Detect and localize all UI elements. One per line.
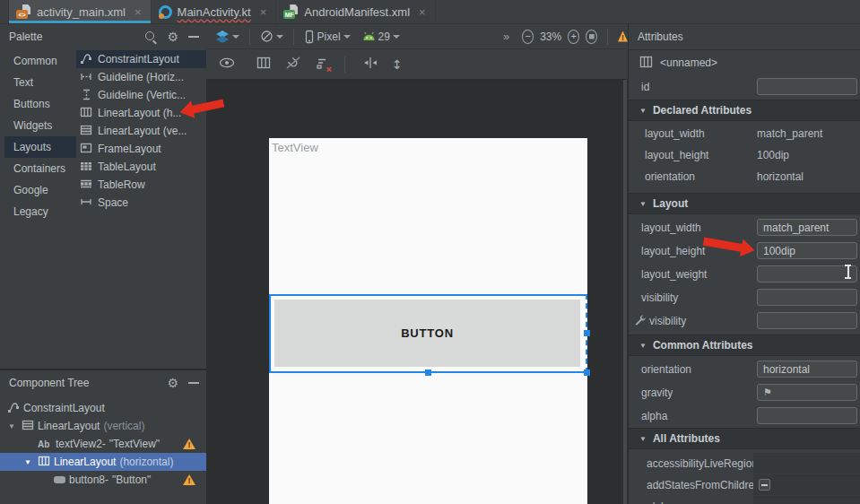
id-input[interactable] (757, 78, 857, 95)
palette-category-text[interactable]: Text (4, 72, 76, 93)
palette-category-google[interactable]: Google (4, 179, 76, 201)
chevron-expanded-icon[interactable]: ▼ (22, 458, 34, 466)
palette-category-buttons[interactable]: Buttons (4, 93, 76, 115)
tab-androidmanifest-xml[interactable]: MF AndroidManifest.xml × (276, 0, 435, 23)
hide-panel-icon[interactable] (188, 36, 199, 38)
api-level: 29 (378, 30, 390, 43)
layout-width-input[interactable]: match_parent (757, 219, 857, 236)
palette-item-framelayout[interactable]: FrameLayout (76, 140, 206, 158)
orientation-input[interactable]: horizontal (757, 361, 857, 378)
text-cursor-pointer (844, 265, 852, 279)
component-tree-title: Component Tree (9, 377, 89, 389)
resize-handle-bottom[interactable] (425, 369, 431, 376)
tree-node-button8[interactable]: button8- "Button" ! (0, 471, 206, 489)
hide-panel-icon[interactable] (188, 382, 199, 384)
palette-item-tablerow[interactable]: TableRow (76, 176, 206, 194)
section-layout[interactable]: ▼ Layout (629, 193, 860, 214)
wrench-icon (634, 314, 646, 328)
zoom-out-button[interactable]: − (522, 30, 534, 44)
palette-category-widgets[interactable]: Widgets (4, 115, 76, 136)
section-collapse-icon: ▼ (639, 342, 647, 350)
chevron-down-icon (343, 35, 351, 39)
section-declared-attributes[interactable]: ▼ Declared Attributes (629, 100, 860, 121)
orientation-selector[interactable] (260, 30, 283, 43)
more-actions-icon[interactable]: » (503, 30, 510, 43)
palette-item-linearlayout-vertical[interactable]: LinearLayout (ve... (76, 122, 206, 140)
chevron-down-icon (232, 35, 239, 39)
design-toolbar: Pixel 29 » − 33% + ! (206, 24, 628, 49)
selected-linearlayout-bounds[interactable]: BUTTON (269, 294, 587, 373)
attr-value[interactable]: 100dip (757, 149, 789, 161)
canvas-button[interactable]: BUTTON (274, 300, 580, 367)
canvas-textview[interactable]: TextView (272, 141, 318, 154)
resize-handle-bottom-right[interactable] (584, 369, 590, 376)
tab-activity-main-xml[interactable]: <> activity_main.xml × (8, 0, 152, 23)
palette-item-constraintlayout[interactable]: ConstraintLayout (76, 50, 206, 68)
selected-component-row: <unnamed> (629, 52, 860, 74)
palette-item-space[interactable]: Space (76, 194, 206, 212)
zoom-in-button[interactable]: + (568, 30, 579, 44)
design-surface-selector[interactable] (215, 30, 239, 44)
alpha-value[interactable] (753, 496, 860, 504)
orientation-columns-icon[interactable] (256, 56, 271, 72)
addstatesfromchildren-value[interactable] (753, 474, 860, 496)
palette-item-guideline-horizontal[interactable]: Guideline (Horiz... (76, 68, 206, 86)
tab-label: MainActivity.kt (178, 5, 251, 19)
clear-constraints-icon[interactable]: × (316, 57, 328, 72)
gravity-input[interactable]: ⚑ (757, 384, 857, 401)
tab-label: AndroidManifest.xml (304, 5, 410, 19)
resize-handle-right[interactable] (584, 330, 590, 336)
tree-node-linearlayout-horizontal[interactable]: ▼ LinearLayout(horizontal) (0, 453, 206, 471)
palette-category-containers[interactable]: Containers (4, 158, 76, 179)
device-canvas[interactable]: TextView BUTTON (269, 138, 587, 504)
warnings-panel-icon[interactable]: ! (618, 31, 628, 42)
pack-horizontal-icon[interactable] (363, 56, 378, 72)
close-icon[interactable]: × (260, 5, 267, 19)
attr-value[interactable]: horizontal (757, 170, 804, 183)
attr-row: orientation horizontal (629, 358, 860, 381)
chevron-expanded-icon[interactable]: ▼ (5, 422, 18, 430)
flag-icon[interactable]: ⚑ (763, 387, 772, 398)
palette-category-legacy[interactable]: Legacy (4, 201, 76, 222)
attributes-panel: Attributes <unnamed> id ▼ Declared Attri… (628, 24, 860, 504)
gear-icon[interactable]: ⚙ (167, 30, 178, 43)
palette-category-layouts[interactable]: Layouts (4, 136, 76, 158)
zoom-to-fit-button[interactable] (586, 30, 597, 44)
palette-category-common[interactable]: Common (4, 50, 76, 72)
tree-node-textview2[interactable]: Ab textView2- "TextView" ! (0, 435, 206, 453)
manifest-file-icon: MF (283, 4, 299, 19)
attr-row: alpha (629, 404, 860, 428)
section-collapse-icon: ▼ (639, 435, 647, 443)
tools-visibility-input[interactable] (757, 312, 857, 329)
accessibilityliveregion-value[interactable] (753, 453, 860, 474)
tree-node-linearlayout-vertical[interactable]: ▼ LinearLayout(vertical) (0, 417, 206, 435)
surface-scrollbar[interactable] (623, 80, 627, 504)
autoconnect-off-icon[interactable] (285, 56, 301, 73)
close-icon[interactable]: × (419, 5, 426, 19)
framelayout-icon (80, 142, 92, 157)
tree-node-constraintlayout[interactable]: ConstraintLayout (0, 399, 206, 417)
section-all-attributes[interactable]: ▼ All Attributes (629, 428, 860, 449)
api-selector[interactable]: 29 (362, 30, 400, 43)
checkbox-indeterminate[interactable] (759, 479, 770, 491)
linearlayout-horizontal-icon (38, 455, 50, 470)
warning-icon[interactable]: ! (183, 439, 195, 449)
layout-weight-input[interactable] (757, 265, 857, 282)
gear-icon[interactable]: ⚙ (167, 377, 178, 389)
device-selector[interactable]: Pixel (304, 30, 351, 44)
search-icon[interactable] (145, 31, 157, 43)
tab-mainactivity-kt[interactable]: MainActivity.kt × (152, 0, 277, 23)
kotlin-file-icon (159, 5, 172, 19)
visibility-input[interactable] (757, 289, 857, 306)
close-icon[interactable]: × (135, 5, 142, 19)
expand-vertical-icon[interactable]: ↕ (392, 57, 403, 72)
linearlayout-vertical-icon (80, 124, 92, 139)
attr-value[interactable]: match_parent (757, 127, 822, 140)
view-options-eye-icon[interactable] (219, 57, 235, 71)
alpha-input[interactable] (757, 407, 857, 424)
warning-icon[interactable]: ! (183, 474, 195, 485)
layout-height-input[interactable]: 100dip (757, 242, 857, 259)
attributes-header: Attributes (629, 24, 860, 50)
palette-item-tablelayout[interactable]: TableLayout (76, 158, 206, 176)
section-common-attributes[interactable]: ▼ Common Attributes (629, 335, 860, 356)
